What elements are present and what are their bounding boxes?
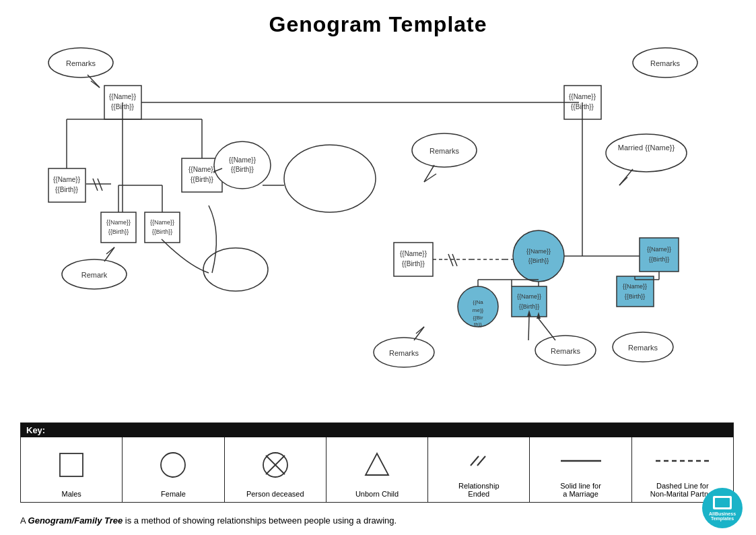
svg-text:{{Birth}}: {{Birth}} bbox=[402, 260, 425, 268]
svg-line-111 bbox=[477, 456, 485, 466]
key-body: Males Female Person deceased bbox=[21, 437, 733, 502]
svg-text:{{Na: {{Na bbox=[473, 299, 483, 305]
svg-text:Remarks: Remarks bbox=[429, 147, 460, 155]
key-label-males: Males bbox=[61, 490, 81, 498]
svg-text:{{Birth}}: {{Birth}} bbox=[625, 293, 646, 300]
footer-italic: Genogram/Family Tree bbox=[28, 515, 123, 526]
svg-text:Remark: Remark bbox=[81, 271, 108, 279]
svg-text:Remarks: Remarks bbox=[551, 347, 581, 355]
key-label-solid-line: Solid line fora Marriage bbox=[560, 482, 601, 498]
svg-text:{{Birth}}: {{Birth}} bbox=[191, 176, 214, 183]
svg-point-43 bbox=[284, 145, 376, 212]
svg-text:Married {{Name}}: Married {{Name}} bbox=[618, 144, 675, 152]
svg-rect-33 bbox=[101, 212, 136, 243]
svg-line-98 bbox=[528, 317, 529, 340]
svg-rect-45 bbox=[394, 243, 433, 276]
key-symbol-female bbox=[156, 444, 190, 486]
key-cell-males: Males bbox=[21, 437, 123, 502]
key-section: Key: Males Female bbox=[20, 422, 734, 503]
svg-text:{{Name}}: {{Name}} bbox=[53, 176, 81, 183]
svg-text:{{Name}}: {{Name}} bbox=[647, 246, 671, 253]
svg-text:{{Birth}}: {{Birth}} bbox=[649, 256, 670, 263]
key-label-relationship-ended: RelationshipEnded bbox=[458, 482, 500, 498]
svg-line-78 bbox=[414, 327, 424, 340]
svg-line-19 bbox=[424, 174, 436, 182]
svg-text:{{Birth}}: {{Birth}} bbox=[519, 303, 540, 310]
svg-text:Remarks: Remarks bbox=[66, 59, 96, 67]
key-symbol-unborn bbox=[360, 444, 394, 486]
page-title: Genogram Template bbox=[0, 0, 756, 37]
svg-line-26 bbox=[98, 179, 102, 191]
key-cell-unborn: Unborn Child bbox=[327, 437, 428, 502]
svg-line-15 bbox=[619, 177, 627, 185]
svg-line-50 bbox=[448, 254, 453, 266]
key-label-unborn: Unborn Child bbox=[355, 490, 399, 498]
svg-line-51 bbox=[452, 254, 457, 266]
logo-icon-inner bbox=[715, 498, 730, 507]
svg-text:{{Birth}}: {{Birth}} bbox=[108, 228, 129, 235]
svg-point-12 bbox=[606, 134, 687, 172]
svg-text:{{Name}}: {{Name}} bbox=[400, 250, 427, 257]
svg-text:{{Birth}}: {{Birth}} bbox=[55, 186, 79, 193]
key-cell-solid-line: Solid line fora Marriage bbox=[530, 437, 631, 502]
logo-text: AllBusinessTemplates bbox=[709, 511, 736, 521]
svg-text:{{Name}}: {{Name}} bbox=[623, 283, 647, 290]
svg-point-53 bbox=[513, 230, 564, 282]
svg-marker-109 bbox=[366, 453, 388, 475]
key-symbol-dashed-line bbox=[652, 444, 713, 478]
svg-text:me}}: me}} bbox=[473, 307, 484, 313]
genogram-svg: Remarks Remarks {{Name}} {{Birth}} {{Nam… bbox=[0, 37, 756, 394]
svg-text:{{Bir: {{Bir bbox=[473, 315, 483, 321]
svg-line-110 bbox=[471, 456, 479, 466]
svg-line-25 bbox=[93, 179, 98, 191]
footer-text: A Genogram/Family Tree is a method of sh… bbox=[20, 515, 397, 526]
logo-icon bbox=[713, 496, 732, 509]
svg-line-41 bbox=[104, 247, 114, 261]
key-symbol-deceased bbox=[259, 444, 292, 486]
key-symbol-males bbox=[55, 444, 88, 486]
key-label-dashed-line: Dashed Line forNon-Marital Partner bbox=[650, 482, 715, 498]
svg-text:{{Name}}: {{Name}} bbox=[517, 293, 541, 300]
svg-text:{{Name}}: {{Name}} bbox=[150, 219, 174, 226]
svg-text:Remarks: Remarks bbox=[628, 344, 658, 352]
key-label-deceased: Person deceased bbox=[246, 490, 304, 498]
diagram-area: Remarks Remarks {{Name}} {{Birth}} {{Nam… bbox=[0, 37, 756, 394]
key-cell-relationship-ended: RelationshipEnded bbox=[428, 437, 530, 502]
allbusiness-logo: AllBusinessTemplates bbox=[702, 488, 743, 528]
svg-text:Remarks: Remarks bbox=[650, 59, 681, 67]
svg-rect-60 bbox=[617, 276, 654, 307]
svg-line-100 bbox=[539, 319, 555, 340]
svg-text:{{Name}}: {{Name}} bbox=[526, 248, 551, 255]
svg-text:{{Birth}}: {{Birth}} bbox=[231, 166, 254, 173]
key-label-female: Female bbox=[161, 490, 186, 498]
svg-text:{{Name}}: {{Name}} bbox=[188, 166, 216, 173]
svg-point-63 bbox=[458, 286, 498, 327]
svg-text:{{Birth}}: {{Birth}} bbox=[152, 228, 173, 235]
svg-text:Remarks: Remarks bbox=[389, 349, 419, 357]
svg-text:th}}: th}} bbox=[474, 321, 482, 327]
svg-rect-104 bbox=[60, 453, 83, 476]
svg-point-30 bbox=[214, 141, 271, 189]
svg-text:{{Name}}: {{Name}} bbox=[109, 93, 137, 100]
key-cell-deceased: Person deceased bbox=[225, 437, 327, 502]
svg-line-18 bbox=[424, 165, 434, 182]
svg-text:{{Birth}}: {{Birth}} bbox=[528, 257, 549, 264]
svg-rect-21 bbox=[48, 168, 85, 202]
svg-text:{{Name}}: {{Name}} bbox=[106, 219, 131, 226]
key-symbol-relationship-ended bbox=[458, 444, 499, 478]
footer-after: is a method of showing relationships bet… bbox=[123, 515, 397, 526]
key-symbol-solid-line bbox=[557, 444, 605, 478]
svg-line-3 bbox=[91, 81, 100, 88]
svg-rect-57 bbox=[640, 238, 679, 272]
svg-rect-36 bbox=[145, 212, 180, 243]
svg-text:{{Name}}: {{Name}} bbox=[229, 156, 256, 164]
key-cell-female: Female bbox=[123, 437, 224, 502]
key-header: Key: bbox=[21, 423, 733, 437]
svg-point-105 bbox=[161, 453, 185, 477]
svg-text:{{Name}}: {{Name}} bbox=[569, 93, 596, 100]
footer-before: A bbox=[20, 515, 28, 526]
